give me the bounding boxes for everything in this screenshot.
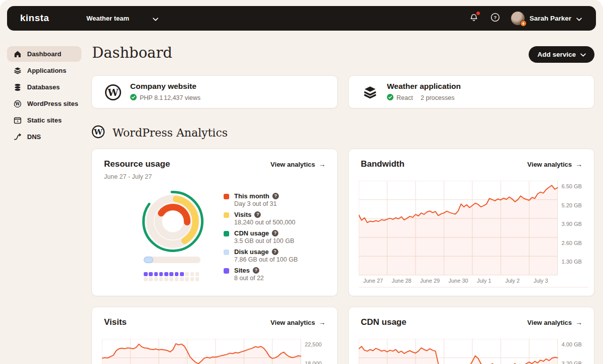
legend-value: 7.86 GB out of 100 GB: [234, 256, 297, 263]
view-analytics-label: View analytics: [527, 319, 572, 326]
wordpress-icon: W: [14, 100, 22, 108]
x-axis-label: June 29: [420, 278, 440, 284]
x-axis-label: July 1: [477, 278, 491, 284]
sidebar-item-applications[interactable]: Applications: [7, 63, 81, 78]
arrow-right-icon: →: [319, 160, 326, 168]
view-analytics-label: View analytics: [270, 161, 315, 168]
sidebar-item-label: DNS: [27, 133, 41, 141]
legend-swatch: [224, 250, 229, 255]
svg-text:W: W: [93, 128, 103, 137]
service-card-weather-application[interactable]: Weather application React 2 processes: [348, 75, 594, 108]
bandwidth-chart: 6.50 GB5.20 GB3.90 GB2.60 GB1.30 GBJune …: [359, 181, 588, 291]
resource-usage-card: Resource usage View analytics → June 27 …: [91, 149, 338, 296]
notifications-button[interactable]: [469, 13, 478, 24]
sidebar-item-label: Applications: [27, 67, 66, 74]
notification-badge: [476, 12, 480, 15]
x-axis-label: June 30: [449, 278, 468, 284]
card-title: Resource usage: [104, 159, 170, 169]
page: kinsta Weather team ?: [0, 0, 603, 364]
y-tick-label: 2.60 GB: [562, 240, 582, 246]
site-dot-used: [149, 272, 153, 276]
x-axis-label: June 28: [392, 278, 412, 284]
resource-donut-chart: [140, 189, 206, 254]
site-dot-used: [175, 272, 179, 276]
svg-text:W: W: [107, 87, 119, 98]
legend-value: Day 3 out of 31: [234, 200, 279, 207]
analytics-section-title: WordPress Analytics: [113, 127, 228, 139]
analytics-section-header: W WordPress Analytics: [91, 125, 228, 141]
sites-dot-grid: [144, 272, 199, 281]
sidebar-item-dns[interactable]: DNS: [7, 129, 81, 145]
sidebar-item-dashboard[interactable]: Dashboard: [7, 46, 81, 62]
legend-swatch: [224, 194, 229, 199]
team-selector[interactable]: Weather team: [86, 6, 158, 31]
add-service-button[interactable]: Add service: [529, 46, 594, 63]
site-dot-free: [190, 272, 194, 276]
cdn-usage-card: CDN usage View analytics → 4.00 GB3.20 G…: [348, 307, 594, 364]
site-dot-used: [144, 272, 148, 276]
site-dot-free: [185, 277, 189, 281]
chevron-down-icon: [576, 14, 582, 23]
help-icon[interactable]: ?: [254, 211, 261, 218]
legend-label: This month?: [234, 192, 279, 200]
help-icon[interactable]: ?: [272, 193, 279, 199]
view-analytics-label: View analytics: [527, 161, 572, 168]
sidebar-item-databases[interactable]: Databases: [7, 79, 81, 95]
site-dot-free: [164, 277, 168, 281]
kinsta-logo: kinsta: [20, 13, 49, 24]
sidebar: DashboardApplicationsDatabasesWWordPress…: [7, 46, 81, 146]
sidebar-item-static-sites[interactable]: Static sites: [7, 112, 81, 128]
arrow-right-icon: →: [575, 318, 582, 326]
view-analytics-link[interactable]: View analytics →: [270, 318, 326, 326]
legend-item: Disk usage?7.86 GB out of 100 GB: [224, 248, 297, 267]
sidebar-item-label: Dashboard: [27, 50, 61, 58]
visits-card: Visits View analytics → 22,50018,000: [91, 307, 338, 364]
wordpress-logo-icon: W: [91, 125, 105, 141]
view-analytics-link[interactable]: View analytics →: [270, 160, 326, 168]
site-dot-free: [149, 277, 153, 281]
service-card-company-website[interactable]: W Company website PHP 8.1 12,437 views: [91, 75, 338, 108]
lightning-badge-icon: [520, 20, 527, 27]
help-icon[interactable]: ?: [272, 249, 278, 255]
arrow-right-icon: →: [319, 318, 326, 326]
site-dot-free: [180, 277, 184, 281]
site-dot-free: [195, 277, 199, 281]
help-icon[interactable]: ?: [272, 230, 278, 236]
view-analytics-link[interactable]: View analytics →: [527, 160, 582, 168]
resource-legend: This month?Day 3 out of 31Visits?18,240 …: [224, 192, 297, 285]
y-tick-label: 3.20 GB: [562, 360, 582, 364]
user-name: Sarah Parker: [530, 15, 571, 22]
x-axis-label: July 3: [534, 278, 548, 284]
sidebar-item-wordpress-sites[interactable]: WWordPress sites: [7, 96, 81, 111]
service-meta: React 2 processes: [387, 94, 454, 102]
user-menu[interactable]: Sarah Parker: [511, 12, 582, 25]
y-tick-label: 4.00 GB: [562, 341, 582, 347]
service-status: React: [396, 94, 421, 101]
site-dot-used: [169, 272, 173, 276]
site-dot-free: [169, 277, 173, 281]
y-tick-label: 5.20 GB: [562, 202, 582, 208]
topbar: kinsta Weather team ?: [7, 6, 596, 31]
chevron-down-icon: [580, 51, 586, 58]
legend-item: Sites?8 out of 22: [224, 267, 297, 285]
cdn-usage-chart: 4.00 GB3.20 GB: [359, 339, 588, 364]
layers-icon: [361, 83, 379, 101]
site-dot-free: [185, 272, 189, 276]
site-dot-free: [190, 277, 194, 281]
site-dot-used: [180, 272, 184, 276]
sidebar-item-label: WordPress sites: [27, 100, 78, 107]
help-button[interactable]: ?: [490, 13, 500, 24]
legend-swatch: [224, 231, 229, 236]
service-status: PHP 8.1: [140, 94, 164, 101]
check-circle-icon: [387, 94, 393, 102]
legend-swatch: [224, 212, 229, 218]
legend-value: 8 out of 22: [234, 275, 264, 282]
y-tick-label: 18,000: [305, 360, 322, 364]
view-analytics-link[interactable]: View analytics →: [527, 318, 582, 326]
help-icon[interactable]: ?: [253, 267, 259, 274]
y-tick-label: 22,500: [305, 341, 322, 347]
y-tick-label: 6.50 GB: [562, 183, 582, 189]
legend-label: Visits?: [234, 211, 295, 218]
site-dot-free: [144, 277, 148, 281]
disk-usage-progressbar: [144, 257, 200, 263]
